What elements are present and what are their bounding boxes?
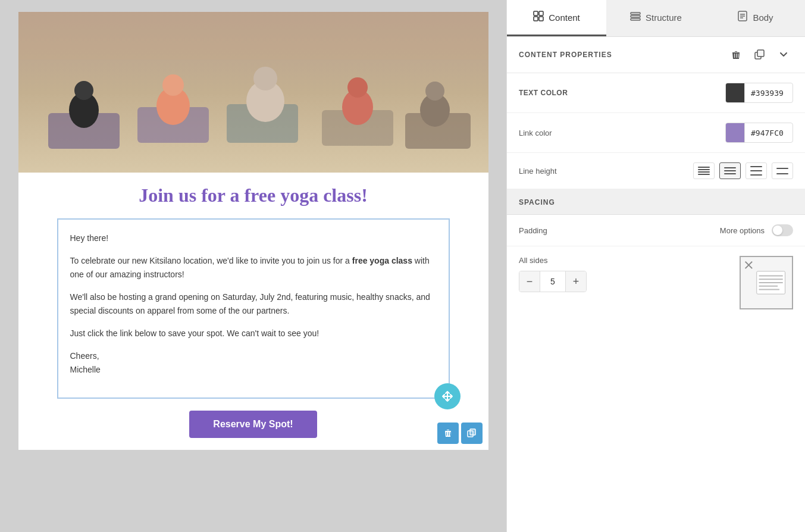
stepper-decrease[interactable]: − <box>519 271 540 292</box>
more-options-text: More options <box>720 226 765 235</box>
svg-point-16 <box>425 82 444 101</box>
email-title: Join us for a free yoga class! <box>30 184 477 206</box>
padding-stepper: − + <box>519 271 587 292</box>
section-actions <box>726 45 793 64</box>
svg-point-8 <box>74 81 93 100</box>
stepper-increase[interactable]: + <box>566 271 586 292</box>
collapse-btn[interactable] <box>774 45 793 64</box>
padding-right: More options <box>720 224 793 236</box>
link-color-row: Link color #947FC0 <box>507 113 805 153</box>
tab-structure-label: Structure <box>646 12 682 23</box>
lh-compact-btn[interactable] <box>693 162 715 179</box>
properties-panel: CONTENT PROPERTIES <box>507 37 805 532</box>
svg-rect-17 <box>18 12 488 60</box>
lh-normal-btn[interactable] <box>719 162 741 179</box>
padding-diagram <box>740 256 793 309</box>
tab-content[interactable]: Content <box>507 0 606 36</box>
stepper-input[interactable] <box>540 271 566 292</box>
svg-point-14 <box>347 77 368 98</box>
content-properties-header: CONTENT PROPERTIES <box>507 37 805 73</box>
body-tab-icon <box>737 11 748 24</box>
reserve-button[interactable]: Reserve My Spot! <box>189 411 317 438</box>
svg-point-12 <box>253 67 277 90</box>
body-para-3: We'll also be hosting a grand opening on… <box>70 290 437 317</box>
svg-rect-22 <box>534 17 538 21</box>
structure-tab-icon <box>630 11 641 24</box>
canvas-area: Join us for a free yoga class! Hey there… <box>0 0 506 532</box>
padding-toggle[interactable] <box>772 224 793 236</box>
spacing-section-header: SPACING <box>507 189 805 215</box>
body-para-1: Hey there! <box>70 231 437 245</box>
all-sides-label: All sides <box>519 256 587 265</box>
hero-image <box>18 12 488 173</box>
right-panel: Content Structure Body <box>506 0 805 532</box>
padding-row: Padding More options <box>507 215 805 246</box>
text-color-value: #393939 <box>745 89 793 98</box>
svg-point-10 <box>162 74 184 96</box>
line-height-label: Line height <box>519 167 557 176</box>
line-height-row: Line height <box>507 153 805 189</box>
all-sides-section: All sides − + <box>507 246 805 319</box>
content-toolbar <box>437 423 483 444</box>
all-sides-left: All sides − + <box>519 256 587 292</box>
spacing-label: SPACING <box>519 198 555 206</box>
email-body[interactable]: Hey there! To celebrate our new Kitsilan… <box>57 218 450 399</box>
duplicate-btn[interactable] <box>750 45 769 64</box>
link-color-label: Link color <box>519 129 552 137</box>
delete-content-btn[interactable] <box>437 423 459 444</box>
duplicate-content-btn[interactable] <box>461 423 483 444</box>
body-para-2: To celebrate our new Kitsilano location,… <box>70 254 437 281</box>
link-color-input[interactable]: #947FC0 <box>725 123 793 143</box>
svg-rect-32 <box>757 50 764 57</box>
link-color-value: #947FC0 <box>745 129 793 137</box>
line-height-controls <box>693 162 793 179</box>
text-color-label: TEXT COLOR <box>519 89 568 97</box>
svg-rect-26 <box>631 18 640 20</box>
lh-loose-btn[interactable] <box>772 162 793 179</box>
tab-content-label: Content <box>549 12 580 23</box>
panel-tabs: Content Structure Body <box>507 0 805 37</box>
body-para-5: Cheers,Michelle <box>70 349 437 376</box>
padding-label: Padding <box>519 226 547 235</box>
email-container: Join us for a free yoga class! Hey there… <box>18 12 488 450</box>
text-color-swatch[interactable] <box>726 83 745 102</box>
link-color-swatch[interactable] <box>726 123 745 142</box>
svg-rect-21 <box>539 11 543 15</box>
section-title: CONTENT PROPERTIES <box>519 51 612 59</box>
tab-body-label: Body <box>753 12 773 23</box>
tab-body[interactable]: Body <box>706 0 805 36</box>
svg-rect-24 <box>631 12 640 14</box>
body-para-4: Just click the link below to save your s… <box>70 327 437 340</box>
svg-rect-25 <box>631 15 640 17</box>
email-footer: Reserve My Spot! <box>18 399 488 450</box>
text-color-row: TEXT COLOR #393939 <box>507 73 805 113</box>
svg-rect-20 <box>534 11 538 15</box>
email-title-section: Join us for a free yoga class! <box>18 173 488 218</box>
svg-rect-23 <box>539 17 543 21</box>
svg-rect-19 <box>470 429 475 435</box>
content-tab-icon <box>533 11 544 24</box>
text-color-input[interactable]: #393939 <box>725 83 793 103</box>
lh-relaxed-btn[interactable] <box>746 162 767 179</box>
delete-btn[interactable] <box>726 45 746 64</box>
tab-structure[interactable]: Structure <box>606 0 706 36</box>
